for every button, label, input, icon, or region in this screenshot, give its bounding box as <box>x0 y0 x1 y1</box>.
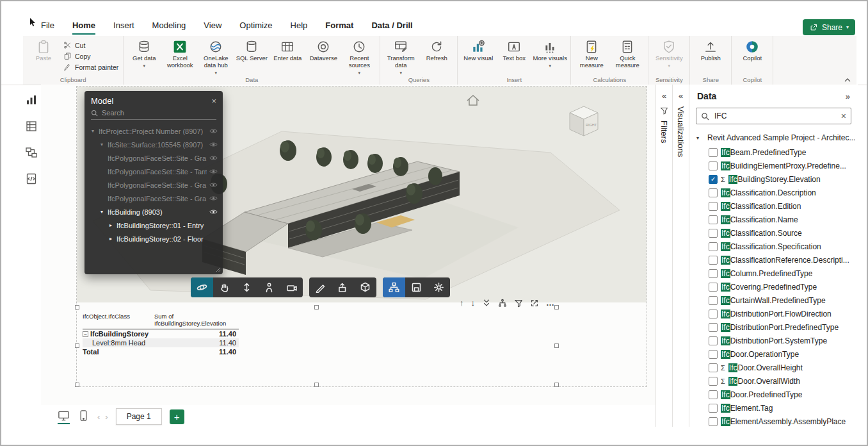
share-button[interactable]: Share ▾ <box>803 19 855 35</box>
table-row[interactable]: Level:8mm Head 11.40 <box>83 338 239 347</box>
expand-visualizations-pane-button[interactable]: « <box>679 91 683 101</box>
dax-query-view-button[interactable] <box>25 172 38 188</box>
eye-icon[interactable] <box>209 195 218 201</box>
desktop-layout-button[interactable] <box>58 409 70 424</box>
focus-mode-icon[interactable] <box>530 299 539 308</box>
semantic-model-root[interactable]: ▾ Revit Advanced Sample Project - Archit… <box>689 131 858 145</box>
pan-tool-button[interactable] <box>213 277 236 297</box>
field-checkbox[interactable] <box>709 363 718 372</box>
field-checkbox[interactable] <box>709 161 718 170</box>
publish-button[interactable]: Publish <box>693 38 728 62</box>
go-to-next-level-icon[interactable] <box>482 299 491 308</box>
caret-right-icon[interactable]: ▸ <box>108 222 114 228</box>
resize-handle[interactable] <box>314 305 319 310</box>
field-checkbox[interactable] <box>709 175 718 184</box>
model-tree-item[interactable]: IfcPolygonalFaceSet::Site - Tarm <box>84 165 223 178</box>
eye-icon[interactable] <box>209 128 218 134</box>
copilot-button[interactable]: Copilot <box>735 38 769 62</box>
next-page-button[interactable]: › <box>105 412 108 422</box>
column-header[interactable]: IfcObject.IfcClass <box>83 313 154 327</box>
model-tree-item[interactable]: ▾ IfcProject::Project Number (8907) <box>84 124 223 138</box>
visualizations-pane-title[interactable]: Visualizations <box>676 106 686 157</box>
field-item[interactable]: Σ IfcColumn.PredefinedType <box>689 267 858 280</box>
format-painter-button[interactable]: Format painter <box>63 63 118 71</box>
3d-ifc-viewer-visual[interactable]: RIGHT Model × Search ▾ IfcProject::Proje… <box>77 87 647 302</box>
field-item[interactable]: Σ IfcDistributionPort.PredefinedType <box>689 320 858 334</box>
paste-button[interactable]: Paste <box>26 38 61 62</box>
filters-pane-title[interactable]: Filters <box>659 120 669 143</box>
resize-handle[interactable] <box>554 343 559 348</box>
sensitivity-button[interactable]: Sensitivity ▾ <box>652 38 686 68</box>
field-checkbox[interactable] <box>709 269 718 278</box>
eye-icon[interactable] <box>209 142 218 147</box>
export-tool-button[interactable] <box>332 277 354 297</box>
clear-search-icon[interactable]: × <box>841 111 846 121</box>
model-tree-item[interactable]: ▸ IfcBuildingStorey::01 - Entry <box>84 219 223 232</box>
mobile-layout-button[interactable] <box>77 409 90 424</box>
model-tree-item[interactable]: ▾ IfcBuilding (8903) <box>84 205 223 219</box>
menu-tab[interactable]: File <box>41 21 54 35</box>
page-tab[interactable]: Page 1 <box>116 408 162 425</box>
field-checkbox[interactable] <box>709 296 718 305</box>
resize-handle[interactable] <box>554 305 559 310</box>
sql-server-button[interactable]: SQL Server <box>234 38 269 62</box>
resize-handle[interactable] <box>314 383 319 387</box>
copy-button[interactable]: Copy <box>63 52 118 60</box>
new-page-button[interactable]: + <box>170 409 184 424</box>
measure-tool-button[interactable] <box>309 277 332 297</box>
menu-tab[interactable]: Data / Drill <box>371 21 412 35</box>
resize-handle[interactable] <box>554 383 559 387</box>
model-tree-item[interactable]: IfcPolygonalFaceSet::Site - Gra <box>84 178 223 192</box>
expand-filters-pane-button[interactable]: « <box>662 91 666 101</box>
field-item[interactable]: Σ IfcDoor.OverallHeight <box>689 361 858 374</box>
field-item[interactable]: Σ IfcDoor.PredefinedType <box>689 388 858 401</box>
dataverse-button[interactable]: Dataverse <box>306 38 341 62</box>
expand-all-down-icon[interactable] <box>498 299 507 308</box>
filter-funnel-icon[interactable] <box>514 299 523 308</box>
drill-down-icon[interactable]: ↓ <box>471 298 476 308</box>
resize-handle[interactable] <box>75 383 79 387</box>
field-item[interactable]: Σ IfcClassification.Source <box>689 226 858 240</box>
field-checkbox[interactable] <box>709 404 718 413</box>
field-checkbox[interactable] <box>709 242 718 251</box>
model-cube-tool-button[interactable] <box>354 277 376 297</box>
field-item[interactable]: Σ IfcClassification.Edition <box>689 199 858 213</box>
recent-sources-button[interactable]: Recent sources ▾ <box>342 38 376 75</box>
eye-icon[interactable] <box>209 155 218 161</box>
model-tree-item[interactable]: IfcPolygonalFaceSet::Site - Gra <box>84 151 223 165</box>
menu-tab[interactable]: Optimize <box>239 21 272 35</box>
refresh-button[interactable]: Refresh <box>419 38 454 62</box>
storage-tool-button[interactable] <box>405 277 428 297</box>
field-item[interactable]: Σ IfcBuildingElementProxy.Predefine... <box>689 159 858 172</box>
orbit-tool-button[interactable] <box>191 277 213 297</box>
field-search-input[interactable] <box>713 111 837 121</box>
field-checkbox[interactable] <box>709 350 718 359</box>
field-checkbox[interactable] <box>709 215 718 224</box>
enter-data-button[interactable]: Enter data <box>270 38 305 62</box>
field-item[interactable]: Σ IfcDoor.OverallWidth <box>689 374 858 388</box>
elevation-tool-button[interactable] <box>236 277 258 297</box>
field-checkbox[interactable] <box>709 336 718 345</box>
resize-handle[interactable] <box>216 267 221 272</box>
previous-page-button[interactable]: ‹ <box>97 412 100 422</box>
caret-down-icon[interactable]: ▾ <box>695 135 701 141</box>
table-view-button[interactable] <box>25 120 38 135</box>
table-row[interactable]: −IfcBuildingStorey 11.40 <box>83 329 239 338</box>
field-item[interactable]: Σ IfcBeam.PredefinedType <box>689 145 858 159</box>
field-item[interactable]: Σ IfcDistributionPort.SystemType <box>689 334 858 347</box>
caret-right-icon[interactable]: ▸ <box>108 236 114 242</box>
field-item[interactable]: Σ IfcDistributionPort.FlowDirection <box>689 307 858 320</box>
field-checkbox[interactable] <box>709 148 718 157</box>
menu-tab[interactable]: View <box>204 21 221 35</box>
eye-icon[interactable] <box>209 209 218 215</box>
report-view-button[interactable] <box>25 94 38 109</box>
column-header[interactable]: Sum of IfcBuildingStorey.Elevation <box>154 313 239 327</box>
settings-tool-button[interactable] <box>428 277 450 297</box>
field-checkbox[interactable] <box>709 417 718 426</box>
field-checkbox[interactable] <box>709 256 718 265</box>
model-search-input[interactable]: Search <box>91 109 216 120</box>
field-item[interactable]: Σ IfcClassification.Description <box>689 186 858 199</box>
menu-tab[interactable]: Modeling <box>152 21 186 35</box>
hierarchy-tool-button[interactable] <box>383 277 405 297</box>
caret-down-icon[interactable]: ▾ <box>99 209 105 215</box>
